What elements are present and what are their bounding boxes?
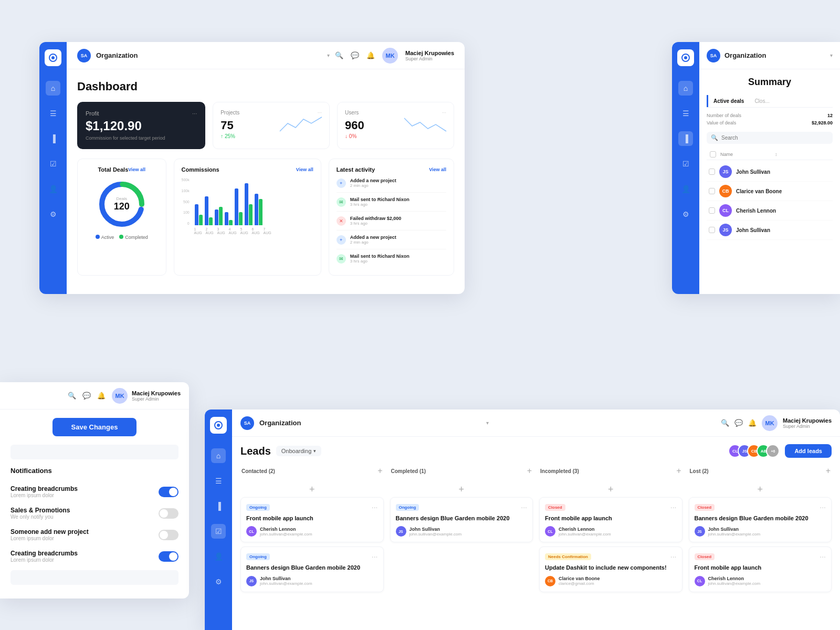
save-changes-button[interactable]: Save Changes [52,418,137,436]
sidebar-item-tasks[interactable]: ☑ [678,156,693,171]
summary-logo[interactable] [677,49,694,66]
notif-input-2[interactable] [10,570,178,585]
more-icon[interactable]: ··· [521,503,527,511]
sidebar-item-chart[interactable]: ▐ [211,499,226,513]
col-add-top[interactable]: + [240,482,384,497]
add-leads-button[interactable]: Add leads [785,444,832,458]
search-icon[interactable]: 🔍 [68,392,76,400]
mail-icon: ✉ [337,197,346,207]
sidebar-item-files[interactable]: ☰ [211,474,226,488]
sidebar-item-home[interactable]: ⌂ [211,448,226,463]
summary-table-header: Name ↕ [707,149,833,160]
more-icon[interactable]: ··· [192,110,197,117]
person-checkbox[interactable] [709,188,715,194]
commissions-chart: 500k100k5001000 [182,178,313,225]
commissions-title: Commissions View all [182,166,313,173]
view-all-deals[interactable]: View all [128,167,145,172]
more-icon[interactable]: ··· [372,552,378,561]
sidebar-item-home[interactable]: ⌂ [678,81,693,96]
chevron-down-icon[interactable]: ▾ [486,420,489,426]
more-icon[interactable]: ··· [820,552,826,561]
notif-user-avatar: MK [112,388,128,404]
col-add-top[interactable]: + [390,482,533,497]
col-add-top[interactable]: + [689,482,832,497]
logo[interactable] [45,49,61,66]
topbar-user-avatar[interactable]: MK [382,48,398,64]
sidebar-item-tasks[interactable]: ☑ [211,524,226,539]
notif-input[interactable] [10,445,178,459]
message-icon[interactable]: 💬 [351,51,359,59]
notif-item-sub: Lorem ipsum dolor [10,557,152,563]
lead-card: Closed ··· Banners design Blue Garden mo… [689,497,832,542]
tab-active-deals[interactable]: Active deals [707,95,749,107]
person-checkbox[interactable] [709,207,715,214]
sidebar-item-chart[interactable]: ▐ [678,131,693,146]
search-icon[interactable]: 🔍 [721,419,729,427]
save-btn-area: Save Changes [0,410,189,442]
search-icon[interactable]: 🔍 [335,51,343,59]
bell-icon[interactable]: 🔔 [748,419,757,427]
topbar-org[interactable]: Organization [96,51,322,59]
sidebar-item-home[interactable]: ⌂ [46,81,60,96]
sidebar-item-settings[interactable]: ⚙ [211,574,226,589]
sidebar-item-files[interactable]: ☰ [46,106,60,121]
view-all-activity[interactable]: View all [429,167,446,172]
select-all-checkbox[interactable] [710,151,716,158]
sidebar-item-users[interactable]: 👤 [46,182,60,196]
stats-cards: Profit ··· $1,120.90 Commission for sele… [77,102,454,149]
col-add-icon[interactable]: + [826,466,831,476]
chevron-down-icon[interactable]: ▾ [830,52,833,58]
lead-person-info: John Sullivan john.sullivan@example.com [708,527,761,537]
person-checkbox[interactable] [709,227,715,233]
col-add-icon[interactable]: + [377,466,382,476]
col-add-icon[interactable]: + [676,466,681,476]
sidebar-item-users[interactable]: 👤 [211,549,226,564]
view-all-commissions[interactable]: View all [296,167,313,172]
more-icon[interactable]: ··· [670,552,677,561]
lead-badge: Needs Confirmation [545,553,591,560]
donut-legend: Active Completed [96,235,148,240]
sidebar-item-settings[interactable]: ⚙ [678,207,693,222]
bar-green [209,217,213,225]
leads-user-role: Super Admin [783,424,832,429]
topbar-actions: 🔍 💬 🔔 MK Maciej Krupowies Super Admin [335,48,454,64]
lead-card-title: Front mobile app launch [695,564,826,571]
tab-closed[interactable]: Clos... [749,95,774,107]
toggle-sales-promotions[interactable] [159,508,178,519]
lead-card-person: JS John Sullivan john.sullivan@example.c… [246,576,378,586]
search-input[interactable] [721,135,828,141]
summary-title: Summary [707,77,833,88]
mail-icon: ✉ [337,254,346,264]
message-icon[interactable]: 💬 [82,392,91,400]
toggle-creating-breadcrumbs[interactable] [159,487,178,497]
leads-logo[interactable] [210,417,227,434]
more-icon[interactable]: ··· [372,503,378,511]
lead-card: Ongoing ··· Front mobile app launch CL C… [240,497,384,542]
avatar-stack: CL JS CB AB +6 [728,444,780,458]
more-icon[interactable]: ··· [820,503,826,511]
chevron-down-icon[interactable]: ▾ [327,52,330,58]
leads-topbar-org[interactable]: Organization [259,419,481,427]
person-checkbox[interactable] [709,169,715,175]
bell-icon[interactable]: 🔔 [366,51,375,59]
leads-topbar-user-avatar[interactable]: MK [762,415,778,431]
leads-dropdown[interactable]: Onboarding ▾ [276,446,322,456]
avatar-stack-count: +6 [766,444,780,458]
summary-org[interactable]: Organization [724,51,826,59]
sidebar-item-tasks[interactable]: ☑ [46,156,60,171]
col-add-icon[interactable]: + [527,466,532,476]
more-icon[interactable]: ··· [670,503,677,511]
leads-user-name: Maciej Krupowies [783,417,832,424]
toggle-creating-breadcrumbs-2[interactable] [159,551,178,562]
toggle-someone-add[interactable] [159,530,178,540]
sidebar-item-settings[interactable]: ⚙ [46,207,60,222]
sort-icon[interactable]: ↕ [775,152,830,157]
bell-icon[interactable]: 🔔 [97,392,106,400]
message-icon[interactable]: 💬 [734,419,743,427]
sidebar-item-chart[interactable]: ▐ [46,131,60,146]
sidebar-item-users[interactable]: 👤 [678,182,693,196]
add-icon: + [337,178,346,188]
col-add-top[interactable]: + [539,482,682,497]
sidebar-item-files[interactable]: ☰ [678,106,693,121]
summary-search[interactable]: 🔍 [707,132,833,144]
